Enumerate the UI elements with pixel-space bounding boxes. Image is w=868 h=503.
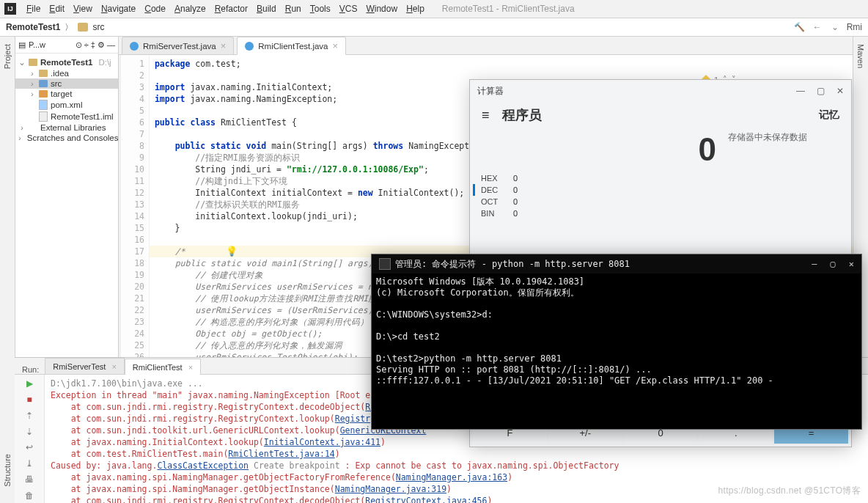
menu-refactor[interactable]: Refactor (210, 2, 252, 15)
calculator-mode: 程序员 (502, 108, 542, 122)
calculator-titlebar[interactable]: 计算器 — ▢ ✕ (470, 80, 851, 102)
calculator-display: 0 (470, 128, 728, 168)
menu-edit[interactable]: Edit (45, 2, 69, 15)
print-button[interactable]: 🖶 (23, 474, 36, 485)
run-tab-rmiclienttest[interactable]: RmiClientTest× (125, 359, 201, 375)
tree-item-pom-xml[interactable]: pom.xml (15, 99, 118, 111)
base-row-dec[interactable]: DEC0 (473, 184, 725, 196)
menu-build[interactable]: Build (252, 2, 281, 15)
memory-empty-text: 存储器中未保存数据 (728, 131, 845, 144)
close-button[interactable]: ✕ (836, 86, 844, 96)
ide-logo: IJ (4, 3, 16, 15)
scroll-to-end-button[interactable]: ⤓ (23, 458, 36, 469)
cmd-icon (379, 258, 391, 270)
editor-tab-rmiclienttest-java[interactable]: RmiClientTest.java× (237, 37, 346, 55)
menu-tools[interactable]: Tools (306, 2, 335, 15)
close-tab-icon[interactable]: × (221, 40, 227, 51)
editor-tab-rmiservertest-java[interactable]: RmiServerTest.java× (122, 37, 234, 54)
calculator-header: ≡ 程序员 记忆 (470, 102, 851, 128)
tree-item-scratches-and-consoles[interactable]: ›Scratches and Consoles (15, 133, 118, 143)
run-config-dropdown[interactable]: ⌄ (829, 21, 841, 33)
run-toolbar: ▶ ■ ⇡ ⇣ ↩ ⤓ 🖶 🗑 (15, 375, 45, 503)
menu-run[interactable]: Run (281, 2, 306, 15)
tool-tab-project[interactable]: Project (3, 41, 12, 72)
run-config-label[interactable]: Rmi (847, 22, 862, 32)
memory-tab[interactable]: 记忆 (819, 109, 839, 122)
cmd-titlebar[interactable]: 管理员: 命令提示符 - python -m http.server 8081 … (372, 254, 861, 273)
menu-window[interactable]: Window (361, 2, 402, 15)
stop-button[interactable]: ■ (23, 394, 36, 405)
menu-vcs[interactable]: VCS (335, 2, 362, 15)
hamburger-icon[interactable]: ≡ (482, 108, 490, 122)
maximize-button[interactable]: ▢ (831, 259, 836, 269)
java-class-icon (245, 42, 254, 51)
cmd-title: 管理员: 命令提示符 - python -m http.server 8081 (395, 258, 630, 271)
folder-icon (78, 23, 88, 32)
minimize-button[interactable]: — (812, 259, 817, 269)
tree-item-remotetest1-iml[interactable]: RemoteTest1.iml (15, 111, 118, 122)
menu-analyze[interactable]: Analyze (170, 2, 210, 15)
up-stack-button[interactable]: ⇡ (23, 410, 36, 422)
close-tab-icon[interactable]: × (188, 363, 193, 372)
project-panel-title: P...w (29, 40, 45, 49)
cmd-window[interactable]: 管理员: 命令提示符 - python -m http.server 8081 … (371, 254, 862, 430)
clear-button[interactable]: 🗑 (23, 490, 36, 502)
build-hammer-icon[interactable]: 🔨 (794, 21, 806, 33)
tree-item-external-libraries[interactable]: ›External Libraries (15, 122, 118, 133)
down-stack-button[interactable]: ⇣ (23, 426, 36, 438)
breadcrumb-folder[interactable]: src (92, 22, 104, 32)
project-panel-header: ▤ P...w ⊙ ÷ ‡ ⚙ — (15, 37, 118, 54)
run-tab-rmiservertest[interactable]: RmiServerTest× (45, 358, 125, 374)
close-button[interactable]: ✕ (849, 259, 854, 269)
breadcrumb-project[interactable]: RemoteTest1 (6, 22, 60, 32)
tree-item-src[interactable]: ›src (15, 78, 118, 89)
menu-navigate[interactable]: Navigate (97, 2, 140, 15)
menu-help[interactable]: Help (402, 2, 429, 15)
base-row-oct[interactable]: OCT0 (473, 196, 725, 208)
menu-bar: IJ FileEditViewNavigateCodeAnalyzeRefact… (0, 0, 868, 18)
calculator-title: 计算器 (477, 85, 504, 98)
navigation-bar: RemoteTest1 〉 src 🔨 ← ⌄ Rmi (0, 18, 868, 37)
close-tab-icon[interactable]: × (333, 40, 339, 51)
cmd-terminal[interactable]: Microsoft Windows [版本 10.0.19042.1083] (… (372, 273, 861, 429)
left-tool-strip: Project Structure (0, 37, 15, 503)
java-class-icon (130, 42, 139, 51)
rerun-button[interactable]: ▶ (23, 378, 36, 389)
tool-tab-structure[interactable]: Structure (3, 451, 12, 490)
menu-code[interactable]: Code (140, 2, 170, 15)
breadcrumb-separator: 〉 (65, 21, 73, 34)
run-label: Run: (18, 365, 43, 374)
maximize-button[interactable]: ▢ (817, 86, 825, 96)
base-row-hex[interactable]: HEX0 (473, 172, 725, 184)
tree-item--idea[interactable]: ›.idea (15, 68, 118, 78)
back-arrow-icon[interactable]: ← (812, 21, 823, 33)
calculator-base-list[interactable]: HEX0DEC0OCT0BIN0 (470, 168, 728, 224)
tool-tab-maven[interactable]: Maven (856, 41, 865, 71)
minimize-button[interactable]: — (796, 86, 805, 96)
window-title-suffix: RemoteTest1 - RmiClientTest.java (442, 4, 575, 14)
soft-wrap-button[interactable]: ↩ (23, 442, 36, 454)
menu-view[interactable]: View (69, 2, 97, 15)
editor-tabstrip: RmiServerTest.java×RmiClientTest.java× (119, 37, 853, 55)
base-row-bin[interactable]: BIN0 (473, 208, 725, 219)
close-tab-icon[interactable]: × (111, 362, 116, 371)
menu-file[interactable]: File (22, 2, 45, 15)
tree-item--b-remotetest1-b-[interactable]: ⌄RemoteTest1D:\j (15, 56, 118, 68)
tree-item-target[interactable]: ›target (15, 89, 118, 99)
